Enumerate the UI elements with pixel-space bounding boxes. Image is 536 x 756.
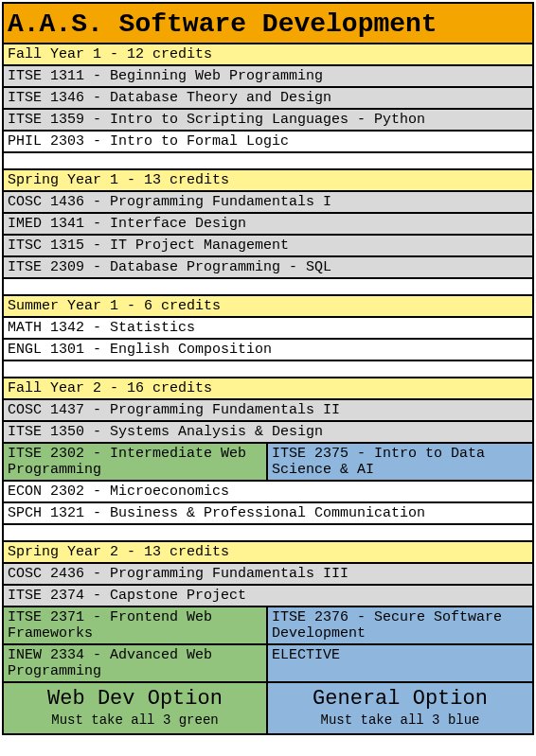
course-row: SPCH 1321 - Business & Professional Comm… [4, 503, 532, 525]
term-header: Fall Year 1 - 12 credits [4, 44, 532, 66]
term-spacer [4, 279, 532, 296]
term-header: Fall Year 2 - 16 credits [4, 378, 532, 400]
course-cell-left: ITSE 2302 - Intermediate Web Programming [4, 444, 268, 480]
option-title: Web Dev Option [8, 687, 262, 711]
option-general: General Option Must take all 3 blue [268, 683, 532, 733]
course-row: ITSE 2374 - Capstone Project [4, 586, 532, 607]
course-row: IMED 1341 - Interface Design [4, 214, 532, 236]
course-cell-right: ITSE 2376 - Secure Software Development [268, 607, 532, 643]
course-cell-right: ELECTIVE [268, 645, 532, 681]
course-split-row: INEW 2334 - Advanced Web ProgrammingELEC… [4, 645, 532, 683]
term-header: Summer Year 1 - 6 credits [4, 296, 532, 318]
option-web-dev: Web Dev Option Must take all 3 green [4, 683, 268, 733]
course-row: MATH 1342 - Statistics [4, 318, 532, 340]
course-cell-right: ITSE 2375 - Intro to Data Science & AI [268, 444, 532, 480]
course-cell-left: ITSE 2371 - Frontend Web Frameworks [4, 607, 268, 643]
course-row: COSC 1436 - Programming Fundamentals I [4, 192, 532, 214]
course-row: ITSE 1350 - Systems Analysis & Design [4, 422, 532, 444]
term-header: Spring Year 1 - 13 credits [4, 170, 532, 192]
option-subtitle: Must take all 3 blue [272, 712, 528, 728]
course-row: ENGL 1301 - English Composition [4, 340, 532, 361]
course-row: ITSE 2309 - Database Programming - SQL [4, 257, 532, 279]
term-spacer [4, 361, 532, 378]
term-header: Spring Year 2 - 13 credits [4, 542, 532, 564]
course-row: ITSC 1315 - IT Project Management [4, 236, 532, 257]
term-spacer [4, 153, 532, 170]
program-title: A.A.S. Software Development [4, 4, 532, 44]
course-row: ITSE 1359 - Intro to Scripting Languages… [4, 110, 532, 132]
course-split-row: ITSE 2371 - Frontend Web FrameworksITSE … [4, 607, 532, 645]
option-title: General Option [272, 687, 528, 711]
course-row: ITSE 1346 - Database Theory and Design [4, 88, 532, 110]
course-cell-left: INEW 2334 - Advanced Web Programming [4, 645, 268, 681]
course-row: COSC 1437 - Programming Fundamentals II [4, 400, 532, 422]
course-row: PHIL 2303 - Intro to Formal Logic [4, 132, 532, 153]
options-row: Web Dev Option Must take all 3 green Gen… [4, 683, 532, 733]
terms-container: Fall Year 1 - 12 creditsITSE 1311 - Begi… [4, 44, 532, 683]
course-split-row: ITSE 2302 - Intermediate Web Programming… [4, 444, 532, 482]
term-spacer [4, 525, 532, 542]
degree-plan: A.A.S. Software Development Fall Year 1 … [2, 2, 534, 735]
course-row: ECON 2302 - Microeconomics [4, 482, 532, 503]
course-row: ITSE 1311 - Beginning Web Programming [4, 66, 532, 88]
course-row: COSC 2436 - Programming Fundamentals III [4, 564, 532, 586]
option-subtitle: Must take all 3 green [8, 712, 262, 728]
